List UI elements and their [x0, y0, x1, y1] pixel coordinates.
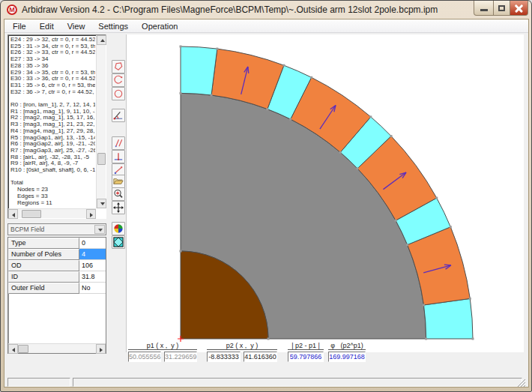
- node-marker[interactable]: [435, 197, 438, 199]
- node-marker[interactable]: [450, 226, 452, 228]
- arrow-left-icon: [12, 348, 15, 352]
- list-horizontal-scrollbar[interactable]: [8, 208, 96, 218]
- magnetization-arrow-head: [444, 265, 451, 265]
- distance-field: 59.797866: [288, 352, 324, 362]
- scroll-up-button[interactable]: [97, 35, 106, 45]
- menu-operation[interactable]: Operation: [135, 19, 184, 33]
- menu-view[interactable]: View: [61, 19, 92, 33]
- node-marker[interactable]: [180, 250, 182, 253]
- zoom-in-button[interactable]: [112, 187, 125, 201]
- open-view-button[interactable]: [112, 175, 125, 188]
- node-marker[interactable]: [289, 118, 291, 121]
- region-fill-button[interactable]: [112, 222, 125, 235]
- node-marker[interactable]: [282, 64, 285, 67]
- property-value[interactable]: 106: [79, 260, 106, 271]
- polygon-icon: [112, 61, 124, 73]
- property-row-poles: Number of Poles 4: [8, 249, 106, 260]
- folder-icon: [112, 175, 124, 187]
- node-marker[interactable]: [423, 304, 425, 306]
- polygon-tool-button[interactable]: [112, 60, 125, 73]
- property-value[interactable]: 4: [79, 249, 106, 260]
- horizontal-scroll-thumb[interactable]: [18, 345, 28, 353]
- edge-region-list[interactable]: E24 : 29 -> 32, ctr = 0, r = 44.52, thE2…: [7, 34, 106, 219]
- p2-y-field: 41.616360: [244, 352, 277, 362]
- node-marker[interactable]: [469, 298, 471, 300]
- property-row-outer-field: Outer Field No: [8, 283, 106, 294]
- node-marker[interactable]: [180, 46, 182, 48]
- property-label[interactable]: Number of Poles: [8, 249, 79, 260]
- mesh-view-button[interactable]: [112, 235, 125, 249]
- node-marker[interactable]: [267, 338, 270, 340]
- node-marker[interactable]: [406, 244, 408, 246]
- property-value[interactable]: No: [79, 283, 106, 294]
- horizontal-scroll-thumb[interactable]: [22, 210, 41, 218]
- air-gap-region[interactable]: [181, 46, 217, 95]
- app-window: M Arbidraw Version 4.2 - C:\Program File…: [0, 0, 532, 392]
- close-button[interactable]: [510, 1, 528, 16]
- arc-tool-button[interactable]: [112, 73, 125, 87]
- node-marker[interactable]: [310, 76, 312, 79]
- circle-icon: [112, 88, 124, 100]
- grid-horizontal-scrollbar[interactable]: [8, 343, 106, 353]
- property-label[interactable]: Type: [8, 238, 79, 249]
- status-cell-left: [7, 378, 70, 387]
- edge-list-lines: E24 : 29 -> 32, ctr = 0, r = 44.52, thE2…: [10, 37, 95, 208]
- motor-cross-section[interactable]: [127, 34, 525, 352]
- p1-coordinate-group: p1 ( x , y ) 50.055556 31.229659: [128, 342, 197, 362]
- drawing-canvas[interactable]: [126, 34, 524, 352]
- p2-coordinate-group: p2 ( x , y ) -8.833333 41.616360: [207, 342, 277, 362]
- field-type-dropdown[interactable]: BCPM Field: [7, 223, 106, 235]
- node-marker[interactable]: [266, 108, 268, 110]
- arrow-right-icon: [90, 213, 93, 217]
- vertical-scroll-thumb[interactable]: [97, 153, 106, 165]
- arrow-right-icon: [100, 348, 103, 352]
- node-marker[interactable]: [425, 338, 427, 340]
- node-marker[interactable]: [390, 135, 393, 137]
- node-marker[interactable]: [472, 338, 474, 340]
- air-gap-region[interactable]: [423, 298, 473, 339]
- menu-edit[interactable]: Edit: [33, 19, 61, 33]
- app-icon: M: [7, 4, 17, 15]
- circle-tool-button[interactable]: [112, 87, 125, 100]
- property-value[interactable]: 0: [79, 238, 106, 249]
- dropdown-button[interactable]: [94, 225, 105, 234]
- p1-y-field: 31.229659: [164, 352, 197, 362]
- property-label[interactable]: Outer Field: [8, 283, 79, 294]
- distance-label: | p2 - p1 |: [288, 342, 324, 350]
- scroll-left-button[interactable]: [8, 209, 18, 219]
- angle-field: 169.997168: [328, 352, 366, 362]
- chevron-down-icon: [98, 229, 103, 232]
- node-marker[interactable]: [211, 94, 213, 96]
- zoom-in-icon: [112, 188, 124, 200]
- minimize-button[interactable]: [474, 1, 494, 16]
- maximize-button[interactable]: [494, 1, 510, 16]
- scroll-right-button[interactable]: [96, 344, 106, 354]
- list-vertical-scrollbar[interactable]: [96, 35, 106, 208]
- node-marker[interactable]: [369, 115, 372, 118]
- scroll-down-button[interactable]: [97, 199, 106, 208]
- property-label[interactable]: ID: [8, 271, 79, 283]
- property-value[interactable]: 31.8: [79, 271, 106, 283]
- node-marker[interactable]: [180, 92, 182, 94]
- node-marker[interactable]: [339, 151, 342, 154]
- resize-grip[interactable]: [516, 377, 526, 387]
- node-marker[interactable]: [395, 220, 397, 222]
- field-type-value: BCPM Field: [10, 226, 44, 233]
- menu-file[interactable]: File: [6, 19, 33, 33]
- title-bar[interactable]: M Arbidraw Version 4.2 - C:\Program File…: [1, 1, 531, 19]
- pan-button[interactable]: [112, 201, 125, 214]
- distance-group: | p2 - p1 | 59.797866: [288, 342, 324, 362]
- node-marker[interactable]: [357, 167, 359, 169]
- node-marker[interactable]: [216, 48, 218, 50]
- parallel-tool-button[interactable]: [112, 136, 125, 150]
- p1-x-field: 50.055556: [128, 352, 161, 362]
- scroll-left-button[interactable]: [8, 344, 18, 354]
- angle-tool-button[interactable]: [112, 109, 125, 122]
- arrow-left-icon: [12, 213, 15, 217]
- property-label[interactable]: OD: [8, 260, 79, 271]
- scroll-right-button[interactable]: [86, 209, 96, 219]
- perpendicular-tool-button[interactable]: [112, 150, 125, 163]
- menu-settings[interactable]: Settings: [91, 19, 135, 33]
- resize-grip-icon: [516, 378, 526, 388]
- property-grid: Type 0 Number of Poles 4 OD 106 ID 31.8 …: [7, 237, 106, 354]
